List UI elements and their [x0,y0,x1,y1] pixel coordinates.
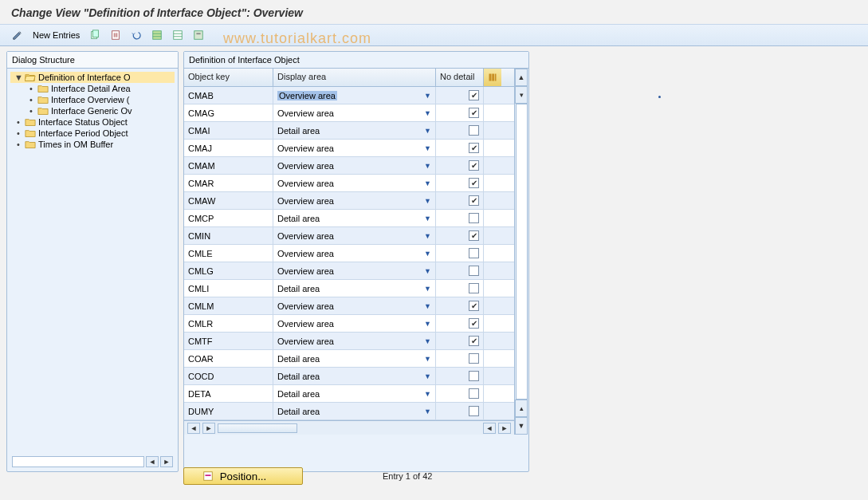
dropdown-caret-icon[interactable]: ▼ [424,232,431,240]
no-detail-checkbox[interactable] [469,336,479,346]
grid-hscroll[interactable]: ◄ ► ◄ ► [184,420,514,435]
dropdown-caret-icon[interactable]: ▼ [424,109,431,117]
dropdown-caret-icon[interactable]: ▼ [424,215,431,222]
undo-button[interactable] [127,27,146,43]
tree-caret-icon[interactable]: • [14,140,22,149]
cell-object-key[interactable]: DETA [184,385,273,402]
no-detail-checkbox[interactable] [469,230,479,241]
cell-display-area-dropdown[interactable]: Overview area▼ [273,104,436,121]
table-row[interactable]: CMAIDetail area▼ [184,122,514,140]
tree-caret-icon[interactable]: • [27,95,35,104]
dropdown-caret-icon[interactable]: ▼ [424,92,431,100]
cell-display-area-dropdown[interactable]: Overview area▼ [273,140,436,156]
grid-hscroll-left[interactable]: ◄ [187,423,200,434]
no-detail-checkbox[interactable] [469,388,479,399]
no-detail-checkbox[interactable] [469,90,479,100]
toggle-display-change-button[interactable] [8,27,27,43]
tree-node[interactable]: •Interface Generic Ov [10,105,175,116]
no-detail-checkbox[interactable] [469,353,479,364]
cell-object-key[interactable]: COCD [184,368,273,384]
copy-as-button[interactable] [85,27,104,43]
cell-display-area-dropdown[interactable]: Detail area▼ [273,385,436,402]
column-header-nodetail[interactable]: No detail [436,69,484,86]
cell-object-key[interactable]: CMLI [184,280,273,297]
cell-object-key[interactable]: COAR [184,350,273,367]
tree-caret-icon[interactable]: • [27,84,35,93]
cell-display-area-dropdown[interactable]: Overview area▼ [273,262,436,279]
tree-node[interactable]: •Interface Period Object [10,128,175,139]
cell-display-area-dropdown[interactable]: Overview area▼ [273,315,436,332]
column-header-area[interactable]: Display area [273,69,436,86]
cell-display-area-dropdown[interactable]: Detail area▼ [273,350,436,367]
grid-hscroll-right[interactable]: ► [202,423,215,434]
no-detail-checkbox[interactable] [469,178,479,188]
grid-vscroll-track[interactable] [516,104,528,400]
no-detail-checkbox[interactable] [469,406,479,416]
no-detail-checkbox[interactable] [469,371,479,381]
cell-object-key[interactable]: CMCP [184,210,273,226]
grid-vscroll-pagedown[interactable]: ▴ [515,400,528,417]
dropdown-caret-icon[interactable]: ▼ [424,372,431,380]
column-header-key[interactable]: Object key [184,69,273,86]
no-detail-checkbox[interactable] [469,301,479,311]
cell-display-area-dropdown[interactable]: Overview area▼ [273,245,436,262]
tree-node[interactable]: ▼Definition of Interface O [10,72,175,83]
new-entries-button[interactable]: New Entries [29,27,84,43]
no-detail-checkbox[interactable] [469,213,479,223]
tree-caret-icon[interactable]: • [14,128,22,138]
table-row[interactable]: CMAMOverview area▼ [184,157,514,175]
cell-object-key[interactable]: CMIN [184,227,273,244]
select-all-button[interactable] [147,27,167,43]
table-row[interactable]: COCDDetail area▼ [184,368,514,385]
cell-display-area-dropdown[interactable]: Detail area▼ [273,403,436,419]
tree-node[interactable]: •Times in OM Buffer [10,139,175,150]
print-button[interactable] [189,27,208,43]
tree-caret-icon[interactable]: • [27,106,35,116]
cell-object-key[interactable]: CMAG [184,104,273,121]
position-button[interactable]: Position... [183,467,303,485]
dropdown-caret-icon[interactable]: ▼ [424,302,431,310]
table-row[interactable]: CMABOverview area▼ [184,87,514,104]
grid-vscroll-up[interactable]: ▲ [515,69,528,86]
column-config-button[interactable] [484,69,501,86]
hscroll-track[interactable] [12,456,144,467]
cell-display-area-dropdown[interactable]: Detail area▼ [273,210,436,226]
cell-object-key[interactable]: CMAM [184,157,273,174]
cell-object-key[interactable]: CMTF [184,333,273,349]
dialog-structure-tree[interactable]: ▼Definition of Interface O•Interface Det… [7,69,178,153]
dropdown-caret-icon[interactable]: ▼ [424,390,431,398]
cell-object-key[interactable]: CMLE [184,245,273,262]
dropdown-caret-icon[interactable]: ▼ [424,250,431,258]
dropdown-caret-icon[interactable]: ▼ [424,355,431,363]
cell-object-key[interactable]: CMAW [184,192,273,209]
cell-display-area-dropdown[interactable]: Detail area▼ [273,368,436,384]
tree-node[interactable]: •Interface Overview ( [10,94,175,105]
cell-object-key[interactable]: CMLG [184,262,273,279]
tree-node[interactable]: •Interface Detail Area [10,83,175,94]
cell-display-area-dropdown[interactable]: Overview area▼ [273,175,436,191]
no-detail-checkbox[interactable] [469,283,479,293]
cell-object-key[interactable]: CMAJ [184,140,273,156]
table-row[interactable]: CMINOverview area▼ [184,227,514,245]
dropdown-caret-icon[interactable]: ▼ [424,267,431,275]
no-detail-checkbox[interactable] [469,160,479,171]
table-row[interactable]: CMLMOverview area▼ [184,297,514,315]
cell-object-key[interactable]: CMAB [184,87,273,104]
grid-vscroll-down[interactable]: ▼ [515,417,528,435]
no-detail-checkbox[interactable] [469,195,479,206]
cell-display-area-dropdown[interactable]: Overview area▼ [273,157,436,174]
tree-caret-icon[interactable]: ▼ [14,73,22,82]
table-row[interactable]: CMAGOverview area▼ [184,104,514,122]
table-row[interactable]: DUMYDetail area▼ [184,403,514,420]
grid-hscroll-left2[interactable]: ◄ [483,423,496,434]
table-row[interactable]: CMLGOverview area▼ [184,262,514,280]
no-detail-checkbox[interactable] [469,266,479,276]
cell-display-area-dropdown[interactable]: Detail area▼ [273,280,436,297]
table-row[interactable]: COARDetail area▼ [184,350,514,368]
no-detail-checkbox[interactable] [469,143,479,153]
dialog-structure-hscroll[interactable]: ◄ ► [12,455,173,468]
cell-object-key[interactable]: CMAR [184,175,273,191]
table-row[interactable]: CMAJOverview area▼ [184,140,514,157]
no-detail-checkbox[interactable] [469,248,479,258]
cell-display-area-dropdown[interactable]: Overview area▼ [273,297,436,314]
